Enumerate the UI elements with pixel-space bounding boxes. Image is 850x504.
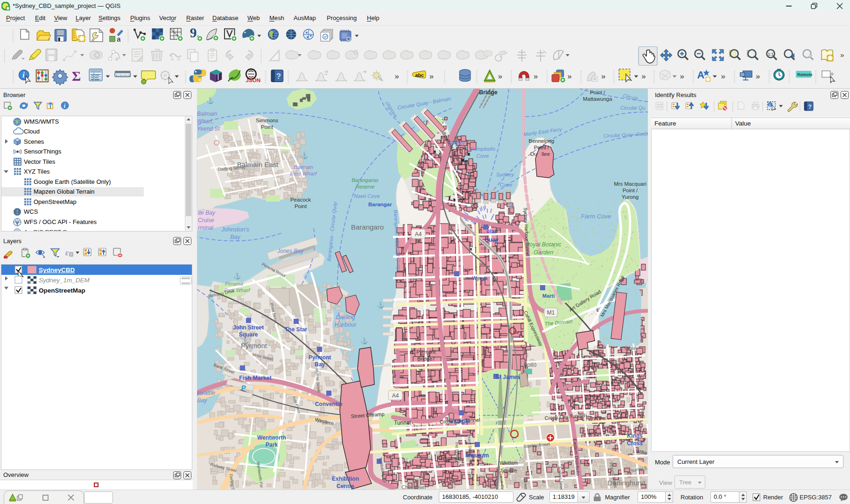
svg-text:Google Earth (Satellite Only): Google Earth (Satellite Only) (34, 178, 111, 185)
svg-text:Johnston's: Johnston's (221, 226, 249, 233)
svg-text:Pyrmont: Pyrmont (309, 354, 331, 361)
svg-text:⚓: ⚓ (206, 97, 214, 105)
svg-text:The Star: The Star (285, 326, 307, 333)
svg-text:»: » (756, 72, 760, 81)
svg-text:Point /: Point / (623, 188, 638, 193)
svg-text:»: » (840, 51, 844, 59)
svg-text:Centre: Centre (337, 483, 354, 490)
svg-text:WCS: WCS (24, 208, 38, 215)
svg-text:Kings: Kings (627, 433, 643, 439)
svg-text:»: » (568, 72, 572, 81)
svg-text:Bay: Bay (197, 397, 207, 404)
svg-text:i: i (22, 71, 25, 79)
svg-text:Wynya: Wynya (472, 276, 487, 281)
svg-text:John Street: John Street (233, 324, 264, 331)
svg-text:Square: Square (239, 331, 258, 338)
svg-text:Wharf,: Wharf, (197, 118, 213, 125)
svg-text:Bennelong: Bennelong (529, 138, 555, 144)
svg-text:JSON: JSON (246, 77, 260, 83)
svg-text:P: P (241, 384, 246, 392)
svg-text:Point: Point (295, 203, 307, 209)
svg-text:⚓: ⚓ (360, 337, 368, 345)
svg-text:East Wharf: East Wharf (290, 171, 318, 176)
svg-text:Cove: Cove (500, 182, 513, 188)
svg-text:»: » (394, 72, 399, 81)
svg-text:Circular Qu: Circular Qu (620, 105, 645, 111)
svg-text:rminal: rminal (198, 224, 213, 231)
svg-text:WFS / OGC API - Features: WFS / OGC API - Features (24, 218, 97, 225)
svg-text:Cloud: Cloud (24, 128, 40, 135)
svg-text:Garden: Garden (534, 249, 553, 256)
svg-text:SydneyCBD: SydneyCBD (39, 266, 75, 273)
svg-text:»: » (680, 72, 684, 81)
svg-text:Tunnel: Tunnel (394, 420, 411, 426)
svg-text:Du llee: Du llee (530, 151, 550, 157)
svg-text:Barangar: Barangar (368, 202, 392, 207)
svg-text:kwattle: kwattle (197, 390, 215, 396)
svg-text:Scenes: Scenes (24, 138, 44, 145)
svg-text:Point /: Point / (590, 90, 605, 95)
svg-text:A4: A4 (392, 392, 399, 399)
svg-text:Pirrama: Pirrama (225, 281, 243, 287)
svg-text:a: a (117, 35, 121, 43)
svg-text:OpenStreetMap: OpenStreetMap (34, 198, 77, 205)
svg-text:Mrs Macquari: Mrs Macquari (614, 181, 646, 187)
svg-text:McEl: McEl (640, 409, 646, 419)
svg-text:Park: Park (266, 441, 278, 448)
svg-text:Wentworth: Wentworth (257, 434, 286, 441)
svg-text:Quay: Quay (485, 237, 499, 243)
svg-text:Cove: Cove (477, 153, 489, 159)
svg-text:Cross: Cross (627, 440, 643, 447)
svg-text:Mapzen Global Terrain: Mapzen Global Terrain (34, 188, 95, 195)
svg-text:Remote: Remote (797, 72, 812, 77)
svg-text:Peacock: Peacock (290, 197, 311, 203)
svg-text:Nawi Cove: Nawi Cove (354, 193, 380, 199)
svg-text:⚓: ⚓ (507, 201, 515, 209)
svg-text:A4: A4 (415, 231, 422, 238)
svg-text:Cruise: Cruise (198, 217, 214, 224)
svg-text:ite Bay: ite Bay (198, 210, 216, 216)
svg-text:Harbour: Harbour (335, 321, 357, 328)
svg-text:Point: Point (261, 124, 274, 130)
svg-text:»: » (641, 72, 646, 81)
svg-text:Exhibition: Exhibition (332, 476, 359, 482)
svg-text:ular: ular (486, 228, 497, 235)
svg-text:⚓: ⚓ (377, 301, 385, 309)
svg-text:ε: ε (65, 248, 69, 257)
svg-text:Bay: Bay (230, 234, 240, 240)
svg-text:Pyrmont: Pyrmont (241, 342, 267, 350)
svg-text:ua: ua (481, 245, 487, 251)
svg-text:M1: M1 (547, 309, 555, 316)
svg-text:Mattawunga: Mattawunga (583, 96, 612, 102)
svg-text:Sydney_1m_DEM: Sydney_1m_DEM (39, 277, 90, 284)
svg-text:XYZ Tiles: XYZ Tiles (24, 168, 50, 175)
svg-text:Fish Market: Fish Market (239, 375, 272, 381)
svg-text:Sydney: Sydney (496, 172, 515, 177)
svg-text:Gate: Gate (625, 345, 636, 351)
svg-text:Vector Tiles: Vector Tiles (24, 158, 56, 165)
svg-text:WMS/WMTS: WMS/WMTS (24, 118, 59, 125)
svg-text:⚓: ⚓ (233, 272, 241, 280)
svg-text:»: » (721, 72, 725, 81)
svg-text:bollo: bollo (524, 361, 536, 368)
svg-text:Point /: Point / (534, 145, 549, 150)
svg-text:Barangaroo: Barangaroo (351, 177, 379, 183)
svg-text:?: ? (808, 103, 812, 110)
svg-text:Chinatown: Chinatown (401, 484, 426, 490)
svg-text:Conventio: Conventio (315, 401, 343, 407)
svg-text:Whitlam: Whitlam (499, 460, 518, 466)
svg-text:Campbells: Campbells (470, 146, 496, 152)
svg-text:Reserve: Reserve (356, 184, 375, 189)
svg-text:SensorThings: SensorThings (24, 148, 62, 155)
svg-text:Yurong: Yurong (622, 194, 639, 200)
svg-text:Bridge: Bridge (479, 89, 498, 96)
svg-text:»: » (429, 72, 434, 81)
svg-text:Bay: Bay (315, 361, 325, 368)
svg-text:Balmain: Balmain (197, 111, 218, 117)
svg-text:Bridge7: Bridge7 (417, 356, 435, 362)
svg-text:Marti: Marti (542, 293, 555, 299)
svg-text:Σ: Σ (72, 69, 81, 84)
svg-text:ArcGIS REST Servers: ArcGIS REST Servers (24, 229, 84, 231)
svg-text:Pyrmont: Pyrmont (416, 349, 436, 355)
svg-text:Yeend St: Yeend St (197, 126, 220, 132)
